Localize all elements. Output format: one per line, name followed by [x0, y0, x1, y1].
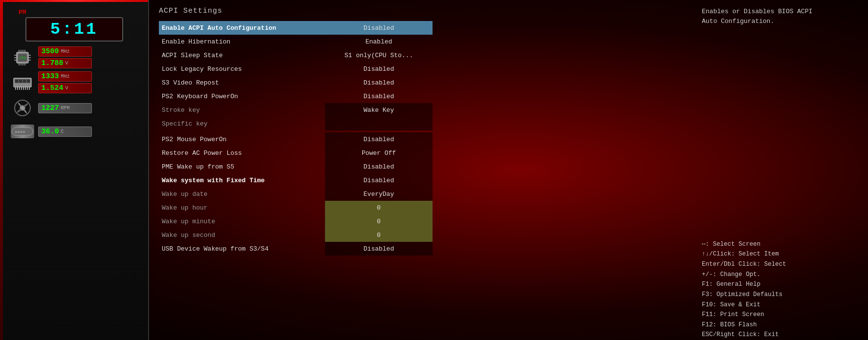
cpu-icon: CPU: [11, 49, 34, 66]
value-cell-1: Enabled: [325, 35, 433, 48]
value-12: EveryDay: [364, 191, 394, 198]
svg-point-33: [21, 106, 24, 109]
cpu-stats: 3500 MHz 1.788 V: [38, 46, 92, 68]
right-panel: Enables or Disables BIOS ACPI Auto Confi…: [692, 7, 868, 340]
menu-label-9: Restore AC Power Loss: [162, 149, 242, 157]
cpu-voltage-box: 1.788 V: [38, 58, 92, 68]
ram-freq-unit: MHz: [61, 74, 70, 79]
value-14: 0: [377, 218, 381, 225]
value-cell-14: 0: [325, 214, 433, 228]
ram-stats: 1333 MHz 1.524 V: [38, 71, 92, 93]
menu-label-6: Stroke key: [162, 106, 200, 114]
shortcut-enter: Enter/Dbl Click: Select: [702, 259, 858, 270]
value-cell-15: 0: [325, 228, 433, 242]
sidebar: PM 5:11: [0, 0, 149, 340]
menu-label-2: ACPI Sleep State: [162, 52, 223, 59]
value-10: Disabled: [364, 163, 394, 170]
center-panel: ACPI Settings Enable ACPI Auto Configura…: [149, 7, 692, 340]
value-4: Disabled: [364, 79, 394, 86]
menu-row-13[interactable]: Wake up hour: [159, 201, 325, 214]
shortcut-f10: F10: Save & Exit: [702, 300, 858, 310]
value-6: Wake Key: [364, 106, 394, 114]
value-cell-3: Disabled: [325, 62, 433, 76]
menu-label-15: Wake up second: [162, 232, 215, 239]
value-13: 0: [377, 204, 381, 212]
value-cell-6: Wake Key: [325, 103, 433, 117]
menu-row-7[interactable]: Specific key: [159, 117, 325, 130]
svg-text:CPU: CPU: [20, 56, 26, 60]
menu-label-16: USB Device Wakeup from S3/S4: [162, 245, 268, 253]
clock-value: 5:11: [50, 20, 98, 39]
menu-row-15[interactable]: Wake up second: [159, 228, 325, 242]
menu-row-9[interactable]: Restore AC Power Loss: [159, 146, 325, 160]
menu-row-10[interactable]: PME Wake up from S5: [159, 160, 325, 173]
help-text: Enables or Disables BIOS ACPI Auto Confi…: [702, 7, 858, 26]
cpu-section: CPU 3500 MHz 1.788 V: [11, 46, 138, 68]
fan-rpm-box: 1227 RPM: [38, 103, 92, 113]
cpu-voltage-unit: V: [65, 61, 68, 66]
value-11: Disabled: [364, 177, 394, 184]
menu-label-0: Enable ACPI Auto Configuration: [162, 24, 276, 32]
value-0: Disabled: [364, 24, 394, 32]
ram-voltage-box: 1.524 V: [38, 83, 92, 93]
value-cell-8: Disabled: [325, 132, 433, 146]
value-1: Enabled: [366, 38, 392, 45]
shortcut-esc: ESC/Right Click: Exit: [702, 330, 858, 340]
menu-items-column: Enable ACPI Auto Configuration Enable Hi…: [159, 21, 325, 255]
menu-row-14[interactable]: Wake up minute: [159, 214, 325, 228]
menu-row-3[interactable]: Lock Legacy Resources: [159, 62, 325, 76]
cpu-voltage: 1.788: [42, 59, 64, 67]
value-cell-0[interactable]: Disabled: [325, 21, 433, 35]
pm-label: PM: [19, 9, 26, 16]
value-cell-11: Disabled: [325, 173, 433, 187]
fan-rpm-unit: RPM: [61, 106, 70, 111]
shortcut-f11: F11: Print Screen: [702, 310, 858, 320]
value-8: Disabled: [364, 136, 394, 143]
ram-icon: [11, 74, 34, 91]
ram-voltage-unit: V: [65, 85, 68, 91]
svg-rect-22: [27, 80, 30, 83]
menu-label-13: Wake up hour: [162, 204, 208, 212]
menu-row-6[interactable]: Stroke key: [159, 103, 325, 117]
menu-row-8[interactable]: PS2 Mouse PowerOn: [159, 132, 325, 146]
temp-section: ≡≡≡≡ 36.0 C: [11, 125, 138, 138]
menu-label-7: Specific key: [162, 120, 208, 128]
fan-stats: 1227 RPM: [38, 103, 92, 113]
menu-label-1: Enable Hibernation: [162, 38, 230, 45]
temp-value: 36.0: [42, 128, 59, 136]
value-15: 0: [377, 232, 381, 239]
value-cell-16: Disabled: [325, 242, 433, 255]
value-2: S1 only(CPU Sto...: [345, 52, 413, 59]
main-content: ACPI Settings Enable ACPI Auto Configura…: [149, 0, 868, 340]
menu-row-0[interactable]: Enable ACPI Auto Configuration: [159, 21, 325, 35]
menu-row-16[interactable]: USB Device Wakeup from S3/S4: [159, 242, 325, 255]
svg-text:≡≡≡≡: ≡≡≡≡: [15, 129, 25, 134]
ram-voltage: 1.524: [42, 84, 64, 92]
value-cell-10: Disabled: [325, 160, 433, 173]
fan-icon: [11, 96, 34, 120]
menu-values-column: Disabled Enabled S1 only(CPU Sto... Disa…: [325, 21, 433, 255]
menu-label-11: Wake system with Fixed Time: [162, 177, 265, 184]
menu-row-11[interactable]: Wake system with Fixed Time: [159, 173, 325, 187]
ram-freq-box: 1333 MHz: [38, 71, 92, 82]
menu-label-14: Wake up minute: [162, 218, 215, 225]
temp-value-box: 36.0 C: [38, 127, 92, 137]
value-16: Disabled: [364, 245, 394, 253]
ram-section: 1333 MHz 1.524 V: [11, 71, 138, 93]
menu-row-4[interactable]: S3 Video Repost: [159, 76, 325, 89]
value-cell-9: Power Off: [325, 146, 433, 160]
shortcuts-section: ↔: Select Screen ↑↓/Click: Select Item E…: [702, 239, 858, 340]
shortcut-f3: F3: Optimized Defaults: [702, 290, 858, 300]
help-line2: Auto Configuration.: [702, 18, 774, 25]
cpu-freq-unit: MHz: [61, 49, 70, 54]
menu-list: Enable ACPI Auto Configuration Enable Hi…: [159, 21, 682, 255]
menu-row-2[interactable]: ACPI Sleep State: [159, 48, 325, 62]
menu-row-12[interactable]: Wake up date: [159, 187, 325, 201]
menu-row-1[interactable]: Enable Hibernation: [159, 35, 325, 48]
menu-label-5: PS2 Keyboard PowerOn: [162, 93, 238, 100]
fan-section: 1227 RPM: [11, 96, 138, 120]
ram-freq: 1333: [42, 72, 59, 81]
menu-label-12: Wake up date: [162, 191, 208, 198]
value-cell-4: Disabled: [325, 76, 433, 89]
menu-row-5[interactable]: PS2 Keyboard PowerOn: [159, 89, 325, 103]
